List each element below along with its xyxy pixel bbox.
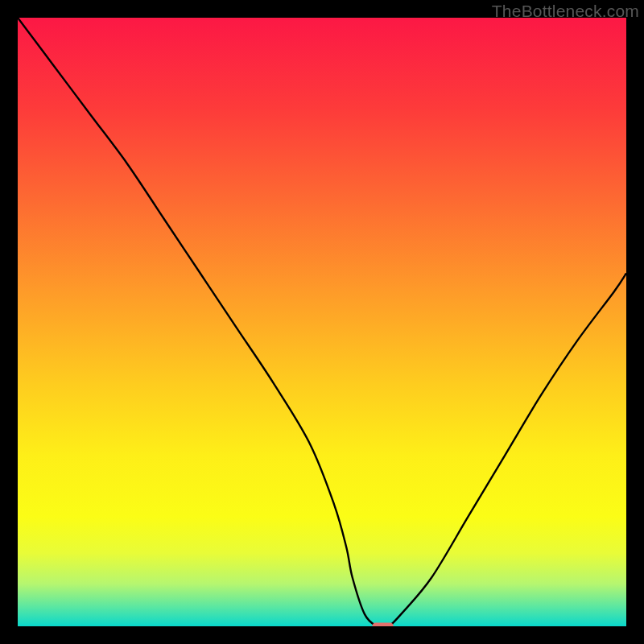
attribution-label: TheBottleneck.com: [492, 2, 639, 21]
bottleneck-chart: [18, 18, 626, 626]
optimal-marker: [372, 622, 393, 626]
chart-canvas: [18, 18, 626, 626]
gradient-background: [18, 18, 626, 626]
